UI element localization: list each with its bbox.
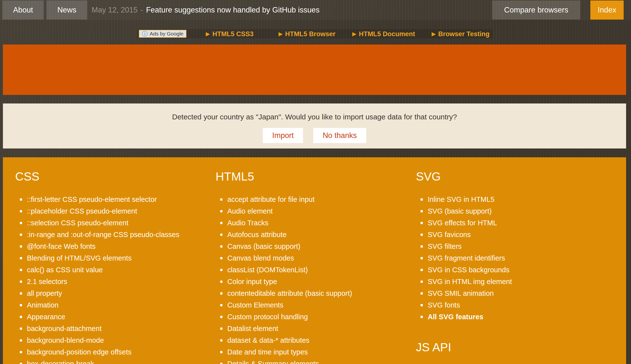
feature-link-label: Autofocus attribute [227,231,287,239]
feature-link[interactable]: Datalist element [216,323,416,334]
feature-link[interactable]: SVG fonts [416,299,616,311]
square-bullet-icon [420,269,423,271]
feature-link[interactable]: background-position edge offsets [15,346,216,358]
ad-link-2[interactable]: ▶ HTML5 Browser [279,30,335,38]
feature-link[interactable]: Blending of HTML/SVG elements [15,252,216,264]
feature-link[interactable]: Canvas (basic support) [216,240,416,252]
feature-link-label: background-position edge offsets [27,348,132,356]
index-button[interactable]: Index [590,0,624,20]
square-bullet-icon [220,234,223,236]
feature-link[interactable]: Animation [15,299,216,311]
news-headline-text[interactable]: Feature suggestions now handled by GitHu… [146,6,319,14]
about-button[interactable]: About [3,0,44,20]
feature-link[interactable]: dataset & data-* attributes [216,334,416,346]
feature-link-label: SVG fragment identifiers [428,254,505,262]
feature-link-label: SVG fonts [428,301,460,309]
ad-link-1[interactable]: ▶ HTML5 CSS3 [206,30,254,38]
compare-browsers-button[interactable]: Compare browsers [492,0,580,20]
feature-link[interactable]: SVG fragment identifiers [416,252,616,264]
no-thanks-button[interactable]: No thanks [313,128,366,143]
feature-link[interactable]: Color input type [216,276,416,288]
column-svg-jsapi: SVGInline SVG in HTML5SVG (basic support… [416,170,616,364]
feature-link[interactable]: classList (DOMTokenList) [216,264,416,276]
feature-link-label: calc() as CSS unit value [27,266,103,274]
feature-link-label: Custom Elements [227,301,283,309]
square-bullet-icon [220,292,223,294]
feature-link[interactable]: ::selection CSS pseudo-element [15,217,216,229]
square-bullet-icon [20,304,22,306]
feature-link-label: accept attribute for file input [227,196,315,204]
feature-list: accept attribute for file inputAudio ele… [216,194,416,364]
ad-link-3[interactable]: ▶ HTML5 Document [352,30,415,38]
square-bullet-icon [220,210,223,212]
square-bullet-icon [420,280,423,283]
feature-link-label: @font-face Web fonts [27,242,96,250]
feature-link[interactable]: ::placeholder CSS pseudo-element [15,205,216,217]
feature-link[interactable]: Autofocus attribute [216,229,416,240]
square-bullet-icon [220,316,223,318]
column-css: CSS::first-letter CSS pseudo-element sel… [15,170,216,364]
square-bullet-icon [20,316,22,318]
feature-link[interactable]: SVG SMIL animation [416,288,616,299]
notification-message: Detected your country as "Japan". Would … [3,113,626,121]
feature-link[interactable]: background-blend-mode [15,334,216,346]
square-bullet-icon [220,198,223,200]
feature-link-label: 2.1 selectors [27,278,67,286]
import-button[interactable]: Import [263,128,303,143]
feature-link[interactable]: Audio Tracks [216,217,416,229]
feature-link-label: Details & Summary elements [227,360,319,364]
news-button[interactable]: News [47,0,87,20]
square-bullet-icon [20,269,22,271]
feature-link[interactable]: All SVG features [416,311,616,323]
section-title: SVG [416,170,616,184]
feature-link[interactable]: Inline SVG in HTML5 [416,194,616,205]
feature-link[interactable]: background-attachment [15,323,216,334]
feature-link[interactable]: all property [15,288,216,299]
feature-link-label: SVG favicons [428,231,471,239]
feature-link[interactable]: Custom Elements [216,299,416,311]
feature-link[interactable]: calc() as CSS unit value [15,264,216,276]
feature-list: ::first-letter CSS pseudo-element select… [15,194,216,364]
feature-link[interactable]: Audio element [216,205,416,217]
feature-link[interactable]: @font-face Web fonts [15,240,216,252]
square-bullet-icon [420,245,423,248]
ads-by-google-badge[interactable]: ⓘ Ads by Google [139,30,186,38]
feature-link[interactable]: accept attribute for file input [216,194,416,205]
feature-link[interactable]: Appearance [15,311,216,323]
feature-link[interactable]: SVG (basic support) [416,205,616,217]
feature-link[interactable]: SVG in CSS backgrounds [416,264,616,276]
square-bullet-icon [20,363,22,364]
feature-list: Inline SVG in HTML5SVG (basic support)SV… [416,194,616,323]
feature-link[interactable]: 2.1 selectors [15,276,216,288]
feature-link-label: Canvas blend modes [227,254,294,262]
feature-link[interactable]: Custom protocol handling [216,311,416,323]
feature-link[interactable]: Details & Summary elements [216,358,416,364]
feature-link[interactable]: SVG effects for HTML [416,217,616,229]
feature-link-label: Color input type [227,278,277,286]
feature-link[interactable]: Date and time input types [216,346,416,358]
feature-link[interactable]: contenteditable attribute (basic support… [216,288,416,299]
feature-link-label: Audio element [227,207,273,215]
feature-link[interactable]: SVG filters [416,240,616,252]
top-bar: About News May 12, 2015 - Feature sugges… [0,0,631,20]
feature-link[interactable]: SVG in HTML img element [416,276,616,288]
feature-link[interactable]: :in-range and :out-of-range CSS pseudo-c… [15,229,216,240]
feature-link[interactable]: ::first-letter CSS pseudo-element select… [15,194,216,205]
feature-link[interactable]: Canvas blend modes [216,252,416,264]
square-bullet-icon [20,222,22,224]
feature-link-label: background-blend-mode [27,336,104,344]
feature-columns: CSS::first-letter CSS pseudo-element sel… [3,157,626,364]
feature-link-label: :in-range and :out-of-range CSS pseudo-c… [27,231,179,239]
square-bullet-icon [220,222,223,224]
arrow-right-icon: ▶ [279,31,283,37]
feature-link[interactable]: SVG favicons [416,229,616,240]
square-bullet-icon [20,210,22,212]
ads-badge-label: Ads by Google [150,31,183,37]
ad-link-4[interactable]: ▶ Browser Testing [432,30,489,38]
square-bullet-icon [220,280,223,283]
feature-link[interactable]: box-decoration-break [15,358,216,364]
feature-link-label: Inline SVG in HTML5 [428,196,494,204]
square-bullet-icon [20,257,22,259]
feature-link-label: all property [27,290,62,298]
notification-buttons: Import No thanks [3,128,626,143]
